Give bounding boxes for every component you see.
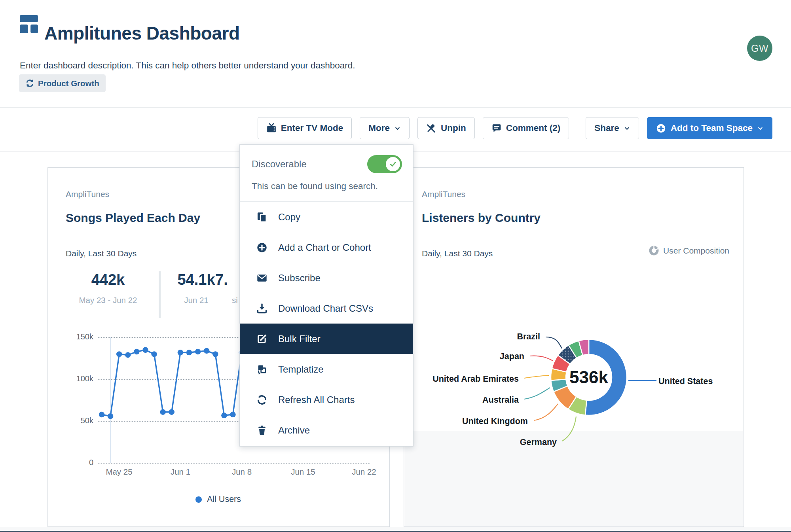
unpin-icon xyxy=(426,123,436,133)
unpin-button[interactable]: Unpin xyxy=(417,117,475,139)
slice-label-uae[interactable]: United Arab Emirates xyxy=(432,374,519,384)
menu-item-bulk-filter[interactable]: Bulk Filter xyxy=(240,324,413,354)
listeners-card: AmpliTunes Listeners by Country Daily, L… xyxy=(404,167,744,527)
y-axis-tick: 150k xyxy=(48,332,93,341)
chevron-down-icon xyxy=(394,125,401,132)
menu-item-label: Download Chart CSVs xyxy=(278,303,373,314)
y-axis-tick: 50k xyxy=(48,416,93,425)
slice-label-brazil[interactable]: Brazil xyxy=(517,332,540,342)
more-button[interactable]: More xyxy=(360,117,410,139)
window-bottom-edge xyxy=(0,527,791,532)
menu-item-archive[interactable]: Archive xyxy=(240,415,413,445)
comment-icon xyxy=(491,123,502,133)
dashboard-toolbar: Enter TV Mode More Unpin Comment (2) Sha… xyxy=(258,117,772,139)
legend-dot-icon xyxy=(195,496,202,503)
button-label: Unpin xyxy=(441,123,466,133)
discoverable-toggle[interactable] xyxy=(367,155,402,173)
avatar[interactable]: GW xyxy=(747,36,772,61)
menu-item-refresh-all-charts[interactable]: Refresh All Charts xyxy=(240,384,413,415)
comment-button[interactable]: Comment (2) xyxy=(483,117,569,139)
button-label: Enter TV Mode xyxy=(281,123,343,133)
add-circle-icon xyxy=(256,242,267,253)
chevron-down-icon xyxy=(757,125,764,132)
button-label: Comment (2) xyxy=(506,123,561,133)
dashboard-page: Amplitunes Dashboard Enter dashboard des… xyxy=(0,0,791,532)
x-axis-tick: May 25 xyxy=(106,467,132,477)
menu-item-add-chart-or-cohort[interactable]: Add a Chart or Cohort xyxy=(240,232,413,263)
share-button[interactable]: Share xyxy=(586,117,639,139)
leader-line-germany xyxy=(562,417,576,441)
button-label: Share xyxy=(594,123,619,133)
trash-icon xyxy=(256,425,267,436)
donut-chart[interactable] xyxy=(404,168,744,527)
enter-tv-mode-button[interactable]: Enter TV Mode xyxy=(258,117,352,139)
leader-line-australia xyxy=(524,388,550,399)
menu-item-label: Refresh All Charts xyxy=(278,394,355,405)
menu-item-label: Archive xyxy=(278,425,310,436)
envelope-icon xyxy=(256,273,267,284)
toggle-knob xyxy=(386,157,400,171)
menu-item-label: Copy xyxy=(278,212,300,223)
x-axis-tick: Jun 8 xyxy=(232,467,252,477)
button-label: More xyxy=(368,123,390,133)
download-icon xyxy=(256,303,267,314)
slice-label-germany[interactable]: Germany xyxy=(520,437,557,447)
x-axis-tick: Jun 22 xyxy=(352,467,376,477)
chevron-down-icon xyxy=(624,125,630,132)
tv-icon xyxy=(266,123,277,133)
discoverable-description: This can be found using search. xyxy=(240,173,413,201)
more-dropdown-menu: Discoverable This can be found using sea… xyxy=(239,144,414,447)
check-icon xyxy=(389,160,397,168)
x-axis-tick: Jun 1 xyxy=(171,467,190,477)
menu-item-label: Add a Chart or Cohort xyxy=(278,242,371,253)
copy-icon xyxy=(256,212,267,223)
slice-label-japan[interactable]: Japan xyxy=(500,352,524,362)
edit-icon xyxy=(256,333,267,345)
slice-label-us[interactable]: United States xyxy=(658,377,713,386)
menu-items: Copy Add a Chart or Cohort Subscribe xyxy=(240,201,413,446)
menu-item-templatize[interactable]: Templatize xyxy=(240,354,413,384)
slice-label-australia[interactable]: Australia xyxy=(482,395,519,405)
menu-item-label: Templatize xyxy=(278,364,324,375)
dashboard-description[interactable]: Enter dashboard description. This can he… xyxy=(20,61,355,71)
menu-item-label: Subscribe xyxy=(278,273,321,284)
page-title: Amplitunes Dashboard xyxy=(44,23,240,44)
templatize-icon xyxy=(256,364,267,375)
header-divider xyxy=(0,107,791,108)
x-axis-tick: Jun 15 xyxy=(291,467,315,477)
amplitunes-logo-icon xyxy=(19,14,39,34)
menu-item-label: Bulk Filter xyxy=(278,333,321,345)
donut-total-value: 536k xyxy=(569,367,608,387)
button-label: Add to Team Space xyxy=(671,123,753,133)
tag-product-growth[interactable]: Product Growth xyxy=(19,74,106,92)
legend-label: All Users xyxy=(207,494,241,504)
discoverable-label: Discoverable xyxy=(252,159,307,170)
y-axis-tick: 100k xyxy=(48,374,93,383)
slice-label-uk[interactable]: United Kingdom xyxy=(462,417,528,426)
add-to-team-space-button[interactable]: Add to Team Space xyxy=(647,117,772,139)
legend-all-users[interactable]: All Users xyxy=(195,494,241,504)
menu-item-copy[interactable]: Copy xyxy=(240,202,413,232)
refresh-icon xyxy=(256,394,267,405)
leader-line-brazil xyxy=(546,337,562,348)
menu-item-download-chart-csvs[interactable]: Download Chart CSVs xyxy=(240,293,413,324)
tag-label: Product Growth xyxy=(38,79,99,88)
discoverable-row: Discoverable xyxy=(240,145,413,173)
cycle-icon xyxy=(25,79,34,88)
menu-item-subscribe[interactable]: Subscribe xyxy=(240,263,413,293)
y-axis-tick: 0 xyxy=(48,458,93,467)
plus-circle-icon xyxy=(656,123,666,134)
leader-line-japan xyxy=(530,356,553,361)
leader-line-uae xyxy=(524,375,549,378)
leader-line-uk xyxy=(534,404,558,420)
